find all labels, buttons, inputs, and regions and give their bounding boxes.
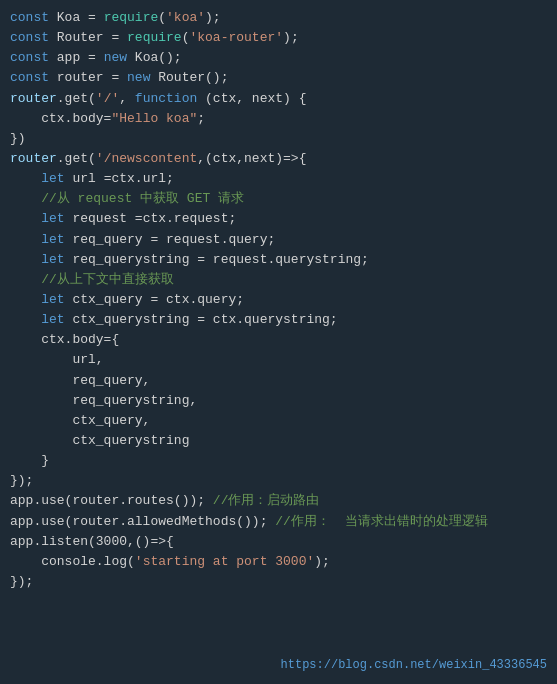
code-line: }); — [10, 572, 547, 592]
code-line: req_querystring, — [10, 391, 547, 411]
code-line: ctx_querystring — [10, 431, 547, 451]
code-line: let url =ctx.url; — [10, 169, 547, 189]
code-line: router.get('/', function (ctx, next) { — [10, 89, 547, 109]
code-line: ctx_query, — [10, 411, 547, 431]
code-line: app.listen(3000,()=>{ — [10, 532, 547, 552]
code-line: console.log('starting at port 3000'); — [10, 552, 547, 572]
code-line: let req_query = request.query; — [10, 230, 547, 250]
code-line: } — [10, 451, 547, 471]
code-line: const Koa = require('koa'); — [10, 8, 547, 28]
code-line: ctx.body={ — [10, 330, 547, 350]
code-line: let ctx_query = ctx.query; — [10, 290, 547, 310]
code-editor: const Koa = require('koa');const Router … — [0, 0, 557, 684]
code-content: const Koa = require('koa');const Router … — [10, 8, 547, 592]
code-line: app.use(router.allowedMethods()); //作用： … — [10, 512, 547, 532]
code-line: let req_querystring = request.querystrin… — [10, 250, 547, 270]
code-line: const app = new Koa(); — [10, 48, 547, 68]
code-line: let request =ctx.request; — [10, 209, 547, 229]
bottom-url: https://blog.csdn.net/weixin_43336545 — [281, 656, 547, 674]
code-line: app.use(router.routes()); //作用：启动路由 — [10, 491, 547, 511]
code-line: //从 request 中获取 GET 请求 — [10, 189, 547, 209]
code-line: req_query, — [10, 371, 547, 391]
code-line: //从上下文中直接获取 — [10, 270, 547, 290]
code-line: }) — [10, 129, 547, 149]
code-line: }); — [10, 471, 547, 491]
code-line: ctx.body="Hello koa"; — [10, 109, 547, 129]
code-line: let ctx_querystring = ctx.querystring; — [10, 310, 547, 330]
code-line: const router = new Router(); — [10, 68, 547, 88]
code-line: const Router = require('koa-router'); — [10, 28, 547, 48]
code-line: router.get('/newscontent,(ctx,next)=>{ — [10, 149, 547, 169]
code-line: url, — [10, 350, 547, 370]
